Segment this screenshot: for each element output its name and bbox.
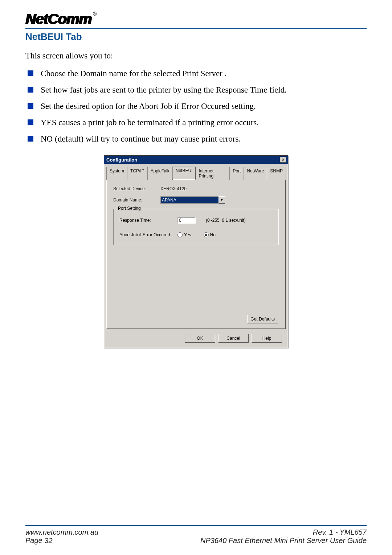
domain-name-label: Domain Name: bbox=[113, 197, 160, 203]
registered-mark: ® bbox=[93, 11, 96, 17]
footer-rev: Rev. 1 - YML657 bbox=[313, 528, 367, 536]
brand-logo-text: NetComm bbox=[25, 11, 91, 27]
list-item: Set how fast jobs are sent to the printe… bbox=[25, 84, 367, 95]
list-item: NO (default) will try to continue but ma… bbox=[25, 133, 367, 144]
tab-netware[interactable]: NetWare bbox=[244, 167, 267, 180]
section-title: NetBEUI Tab bbox=[25, 31, 367, 42]
tab-tcpip[interactable]: TCP/IP bbox=[127, 167, 148, 180]
dialog-titlebar: Configuration × bbox=[104, 156, 288, 164]
ok-button[interactable]: OK bbox=[185, 334, 215, 343]
domain-name-input[interactable] bbox=[160, 196, 219, 204]
selected-device-value: XEROX 4120 bbox=[160, 186, 187, 191]
close-button[interactable]: × bbox=[280, 157, 286, 163]
radio-icon bbox=[204, 232, 209, 237]
footer-guide: NP3640 Fast Ethernet Mini Print Server U… bbox=[200, 536, 367, 545]
close-icon: × bbox=[282, 157, 285, 162]
response-time-label: Response Time: bbox=[119, 218, 177, 223]
tab-netbeui[interactable]: NetBEUI bbox=[172, 167, 196, 179]
page-footer: www.netcomm.com.au Rev. 1 - YML657 Page … bbox=[25, 525, 367, 545]
dialog-title: Configuration bbox=[106, 157, 137, 163]
list-item: YES causes a print job to be terminated … bbox=[25, 117, 367, 128]
list-item: Choose the Domain name for the selected … bbox=[25, 68, 367, 79]
footer-rule bbox=[25, 525, 367, 526]
bullet-list: Choose the Domain name for the selected … bbox=[25, 68, 367, 144]
abort-yes-label: Yes bbox=[184, 232, 191, 237]
help-button[interactable]: Help bbox=[252, 334, 282, 343]
cancel-button[interactable]: Cancel bbox=[218, 334, 249, 343]
abort-no-label: No bbox=[210, 232, 216, 237]
dialog-tabs: System TCP/IP AppleTalk NetBEUI Internet… bbox=[106, 167, 286, 180]
radio-icon bbox=[177, 232, 183, 237]
abort-no-radio[interactable]: No bbox=[204, 232, 216, 237]
intro-text: This screen allows you to: bbox=[25, 51, 367, 61]
tab-panel-netbeui: Selected Device: XEROX 4120 Domain Name:… bbox=[106, 180, 286, 329]
chevron-down-icon: ▼ bbox=[220, 198, 224, 202]
response-time-input[interactable] bbox=[177, 217, 196, 224]
configuration-dialog: Configuration × System TCP/IP AppleTalk … bbox=[104, 155, 288, 348]
tab-system[interactable]: System bbox=[106, 167, 127, 180]
response-time-hint: (0~255, 0.1 sec/unit) bbox=[206, 218, 246, 223]
tab-port[interactable]: Port bbox=[229, 167, 244, 180]
brand-logo: NetComm® bbox=[25, 11, 367, 27]
port-setting-group: Port Setting Response Time: (0~255, 0.1 … bbox=[113, 209, 279, 245]
dialog-button-row: OK Cancel Help bbox=[104, 329, 288, 348]
domain-name-dropdown-button[interactable]: ▼ bbox=[219, 196, 225, 204]
list-item: Set the desired option for the Abort Job… bbox=[25, 101, 367, 112]
tab-snmp[interactable]: SNMP bbox=[267, 167, 286, 180]
tab-internet-printing[interactable]: Internet Printing bbox=[195, 167, 230, 180]
port-setting-legend: Port Setting bbox=[117, 206, 142, 211]
selected-device-label: Selected Device: bbox=[113, 186, 160, 191]
get-defaults-button[interactable]: Get Defaults bbox=[247, 315, 278, 323]
footer-page: Page 32 bbox=[25, 536, 53, 545]
abort-yes-radio[interactable]: Yes bbox=[177, 232, 191, 237]
tab-appletalk[interactable]: AppleTalk bbox=[147, 167, 173, 180]
abort-job-label: Abort Job if Error Occured: bbox=[119, 232, 177, 237]
domain-name-combo[interactable]: ▼ bbox=[160, 196, 225, 204]
header-rule bbox=[25, 28, 367, 29]
footer-url: www.netcomm.com.au bbox=[25, 528, 98, 536]
